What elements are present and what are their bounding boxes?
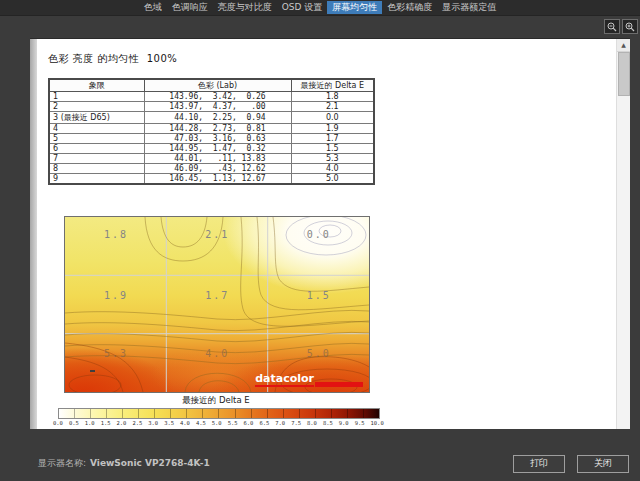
table-row: 7 44.01, .11, 13.835.3	[49, 154, 374, 164]
colorbar-tick-label: 2.0	[117, 420, 127, 426]
zoom-toolbar	[604, 19, 638, 34]
cell-lab: 146.45, 1.13, 12.67	[144, 174, 291, 185]
header-delta-e: 最接近的 Delta E	[291, 79, 374, 92]
colorbar-tick-label: 2.5	[132, 420, 142, 426]
colorbar-tick-label: 0.5	[69, 420, 79, 426]
heatmap-marker	[90, 370, 95, 372]
map-value: 5.0	[268, 348, 370, 359]
map-value: 5.3	[65, 348, 167, 359]
colorbar-tick-label: 1.5	[101, 420, 111, 426]
table-header-row: 象限 色彩 (Lab) 最接近的 Delta E	[49, 79, 374, 92]
map-value: 4.0	[166, 348, 268, 359]
cell-delta: 0.0	[291, 112, 374, 124]
vertical-scrollbar[interactable]: ▲	[616, 39, 630, 429]
cell-quadrant: 6	[49, 144, 144, 154]
print-button[interactable]: 打印	[513, 455, 565, 473]
report-page: 色彩 亮度 的均匀性 100% 象限 色彩 (Lab) 最接近的 Delta E…	[37, 39, 617, 429]
report-title: 色彩 亮度 的均匀性 100%	[48, 52, 177, 66]
cell-lab: 44.01, .11, 13.83	[144, 154, 291, 164]
uniformity-heatmap: 1.82.10.01.91.71.55.34.05.0 datacolor	[64, 216, 370, 393]
colorbar-tick-label: 9.0	[339, 420, 349, 426]
cell-delta: 1.7	[291, 134, 374, 144]
colorbar-tick-label: 10.0	[371, 420, 384, 426]
tab-3[interactable]: OSD 设置	[277, 1, 328, 14]
colorbar-tick-label: 8.0	[307, 420, 317, 426]
cell-quadrant: 2	[49, 102, 144, 112]
colorbar-segment	[268, 409, 284, 418]
cell-delta: 1.9	[291, 124, 374, 134]
cell-quadrant: 7	[49, 154, 144, 164]
tab-4[interactable]: 屏幕均匀性	[327, 1, 382, 14]
colorbar-tick-labels: 0.00.51.01.52.02.53.03.54.04.55.05.56.06…	[53, 420, 384, 426]
uniformity-table: 象限 色彩 (Lab) 最接近的 Delta E 1143.96, 3.42, …	[48, 78, 375, 185]
table-row: 8 46.09, .43, 12.624.0	[49, 164, 374, 174]
scroll-up-icon[interactable]: ▲	[617, 39, 630, 52]
cell-delta: 4.0	[291, 164, 374, 174]
cell-lab: 144.95, 1.47, 0.32	[144, 144, 291, 154]
table-row: 2143.97, 4.37, .002.1	[49, 102, 374, 112]
magnifier-minus-icon	[607, 17, 617, 36]
tab-5[interactable]: 色彩精确度	[382, 1, 437, 14]
colorbar-tick-label: 4.5	[196, 420, 206, 426]
cell-lab: 143.96, 3.42, 0.26	[144, 92, 291, 102]
table-row: 9146.45, 1.13, 12.675.0	[49, 174, 374, 185]
tab-1[interactable]: 色调响应	[167, 1, 213, 14]
colorbar-segment	[203, 409, 219, 418]
colorbar-tick-label: 3.5	[164, 420, 174, 426]
report-viewport: 色彩 亮度 的均匀性 100% 象限 色彩 (Lab) 最接近的 Delta E…	[30, 38, 630, 429]
colorbar-tick-label: 7.5	[291, 420, 301, 426]
colorbar-segment	[364, 409, 379, 418]
colorbar-segment	[316, 409, 332, 418]
table-row: 5 47.03, 3.16, 0.631.7	[49, 134, 374, 144]
colorbar-segment	[187, 409, 203, 418]
cell-quadrant: 8	[49, 164, 144, 174]
header-lab: 色彩 (Lab)	[144, 79, 291, 92]
colorbar-tick-label: 3.0	[148, 420, 158, 426]
table-row: 6144.95, 1.47, 0.321.5	[49, 144, 374, 154]
magnifier-plus-icon	[625, 17, 635, 36]
colorbar-tick-label: 9.5	[355, 420, 365, 426]
colorbar-segment	[219, 409, 235, 418]
table-row: 1143.96, 3.42, 0.261.8	[49, 92, 374, 102]
cell-lab: 144.28, 2.73, 0.81	[144, 124, 291, 134]
tab-6[interactable]: 显示器额定值	[437, 1, 501, 14]
colorbar-segment	[332, 409, 348, 418]
colorbar-tick-label: 8.5	[323, 420, 333, 426]
colorbar-segment	[91, 409, 107, 418]
map-value: 1.5	[268, 290, 370, 301]
map-value: 1.7	[166, 290, 268, 301]
close-button[interactable]: 关闭	[577, 455, 629, 473]
zoom-out-button[interactable]	[604, 19, 620, 34]
colorbar-segment	[59, 409, 75, 418]
map-value: 1.8	[65, 229, 167, 240]
colorbar-tick-label: 5.0	[212, 420, 222, 426]
colorbar-tick-label: 1.0	[85, 420, 95, 426]
colorbar-segment	[107, 409, 123, 418]
zoom-in-button[interactable]	[622, 19, 638, 34]
cell-delta: 2.1	[291, 102, 374, 112]
colorbar-segment	[171, 409, 187, 418]
cell-quadrant: 5	[49, 134, 144, 144]
colorbar-tick-label: 6.0	[244, 420, 254, 426]
table-row: 3 (最接近 D65) 44.10, 2.25, 0.940.0	[49, 112, 374, 124]
colorbar-segment	[139, 409, 155, 418]
monitor-name-status: 显示器名称:ViewSonic VP2768-4K-1	[38, 457, 210, 470]
datacolor-logo-bar	[315, 382, 363, 387]
map-value: 0.0	[268, 229, 370, 240]
cell-quadrant: 9	[49, 174, 144, 185]
colorbar-tick-label: 0.0	[53, 420, 63, 426]
monitor-name-value: ViewSonic VP2768-4K-1	[90, 458, 210, 468]
cell-quadrant: 4	[49, 124, 144, 134]
colorbar-segment	[252, 409, 268, 418]
cell-quadrant: 3 (最接近 D65)	[49, 112, 144, 124]
tab-0[interactable]: 色域	[139, 1, 167, 14]
colorbar	[58, 408, 380, 419]
cell-lab: 44.10, 2.25, 0.94	[144, 112, 291, 124]
monitor-name-label: 显示器名称:	[38, 458, 86, 468]
tab-2[interactable]: 亮度与对比度	[213, 1, 277, 14]
colorbar-segment	[75, 409, 91, 418]
cell-delta: 5.3	[291, 154, 374, 164]
map-value: 2.1	[166, 229, 268, 240]
scrollbar-thumb[interactable]	[618, 52, 630, 96]
header-quadrant: 象限	[49, 79, 144, 92]
